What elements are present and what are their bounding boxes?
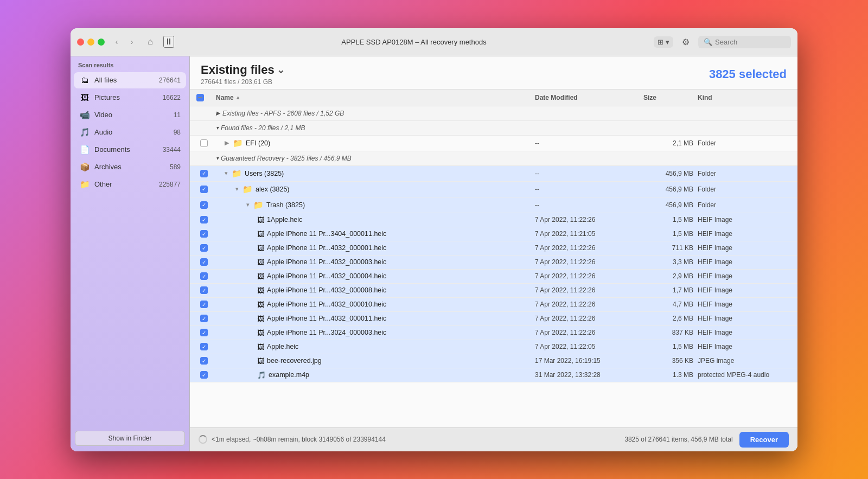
pause-button[interactable]: ⏸ — [163, 36, 174, 48]
minimize-button[interactable] — [87, 39, 94, 46]
nav-buttons: ‹ › — [110, 35, 138, 48]
table-row[interactable]: ✓ 🖼 bee-recovered.jpg 17 Mar 2022, 16:19… — [190, 354, 797, 368]
search-input[interactable] — [715, 38, 786, 46]
file9-icon: 🖼 — [257, 329, 264, 337]
maximize-button[interactable] — [98, 39, 105, 46]
file9-checkbox[interactable]: ✓ — [200, 329, 208, 336]
alex-checkbox[interactable]: ✓ — [200, 186, 208, 193]
table-row[interactable]: ✓ 🖼 Apple.heic 7 Apr 2022, 11:22:05 1,5 … — [190, 340, 797, 354]
column-header-date[interactable]: Date Modified — [533, 92, 641, 104]
sidebar-count-documents: 33444 — [163, 146, 181, 154]
table-row[interactable]: ✓ ▾ 📁 Trash (3825) -- 456,9 MB Folder — [190, 197, 797, 213]
table-row[interactable]: ✓ ▾ 📁 Users (3825) -- 456,9 MB Folder — [190, 166, 797, 182]
file11-date: 17 Mar 2022, 16:19:15 — [533, 355, 641, 366]
efi-size: 2,1 MB — [641, 138, 695, 149]
file1-size: 1,5 MB — [641, 214, 695, 225]
sidebar-item-other[interactable]: 📁 Other 225877 — [74, 176, 186, 193]
file7-name-cell: 🖼 Apple iPhone 11 Pr...4032_000010.heic — [214, 299, 533, 310]
trash-expand-icon[interactable]: ▾ — [246, 201, 250, 208]
sidebar-item-documents[interactable]: 📄 Documents 33444 — [74, 142, 186, 158]
file5-icon: 🖼 — [257, 272, 264, 280]
main-content: Existing files ⌄ 276641 files / 203,61 G… — [190, 56, 797, 451]
trash-size: 456,9 MB — [641, 200, 695, 210]
file4-checkbox[interactable]: ✓ — [200, 258, 208, 266]
table-row[interactable]: ✓ 🖼 1Apple.heic 7 Apr 2022, 11:22:26 1,5… — [190, 213, 797, 227]
table-row[interactable]: ✓ 🖼 Apple iPhone 11 Pr...4032_000010.hei… — [190, 298, 797, 312]
title-text: Existing files — [201, 63, 275, 77]
file6-name-cell: 🖼 Apple iPhone 11 Pr...4032_000008.heic — [214, 285, 533, 296]
file8-name: Apple iPhone 11 Pr...4032_000011.heic — [267, 315, 386, 322]
alex-expand-icon[interactable]: ▾ — [235, 186, 239, 193]
file3-checkbox[interactable]: ✓ — [200, 244, 208, 252]
efi-date: -- — [533, 138, 641, 149]
trash-checkbox-cell: ✓ — [194, 201, 214, 209]
table-row[interactable]: ✓ 🖼 Apple iPhone 11 Pr...4032_000011.hei… — [190, 312, 797, 326]
show-in-finder-button[interactable]: Show in Finder — [75, 431, 185, 446]
column-header-name[interactable]: Name ▲ — [214, 92, 533, 104]
efi-checkbox[interactable] — [200, 139, 208, 147]
table-row[interactable]: ✓ 🖼 Apple iPhone 11 Pr...4032_000008.hei… — [190, 284, 797, 298]
file1-checkbox[interactable]: ✓ — [200, 216, 208, 223]
group-existing-apfs-checkbox-cell — [194, 108, 214, 119]
group-existing-apfs[interactable]: ▶ Existing files - APFS - 2608 files / 1… — [190, 106, 797, 121]
users-expand-icon[interactable]: ▾ — [225, 170, 228, 177]
trash-checkbox[interactable]: ✓ — [200, 201, 208, 209]
users-date: -- — [533, 168, 641, 179]
file10-checkbox[interactable]: ✓ — [200, 343, 208, 350]
alex-name: alex (3825) — [256, 186, 290, 193]
back-button[interactable]: ‹ — [110, 35, 123, 48]
group-existing-apfs-chevron-icon: ▶ — [216, 110, 220, 116]
file10-size: 1,5 MB — [641, 341, 695, 352]
file4-name-cell: 🖼 Apple iPhone 11 Pr...4032_000003.heic — [214, 257, 533, 268]
file2-checkbox[interactable]: ✓ — [200, 230, 208, 238]
table-row[interactable]: ✓ 🖼 Apple iPhone 11 Pr...4032_000001.hei… — [190, 241, 797, 256]
file11-checkbox[interactable]: ✓ — [200, 357, 208, 365]
title-chevron-icon[interactable]: ⌄ — [277, 64, 285, 76]
group-found-files-label: ▾ Found files - 20 files / 2,1 MB — [214, 123, 533, 133]
file2-name-cell: 🖼 Apple iPhone 11 Pr...3404_000011.heic — [214, 228, 533, 240]
file5-checkbox[interactable]: ✓ — [200, 272, 208, 280]
forward-button[interactable]: › — [125, 35, 138, 48]
recover-button[interactable]: Recover — [739, 432, 789, 448]
sidebar-item-pictures[interactable]: 🖼 Pictures 16622 — [74, 90, 186, 106]
table-row[interactable]: ✓ 🖼 Apple iPhone 11 Pr...3404_000011.hei… — [190, 227, 797, 241]
sidebar-item-video[interactable]: 📹 Video 11 — [74, 107, 186, 123]
sidebar-item-all-files[interactable]: 🗂 All files 276641 — [74, 72, 186, 88]
close-button[interactable] — [77, 39, 84, 46]
file11-name-cell: 🖼 bee-recovered.jpg — [214, 355, 533, 367]
view-toggle[interactable]: ⊞ ▾ — [654, 36, 673, 48]
sidebar-count-archives: 589 — [170, 163, 181, 171]
column-header-size[interactable]: Size — [641, 92, 695, 104]
users-size: 456,9 MB — [641, 168, 695, 179]
table-row[interactable]: ✓ 🎵 example.m4p 31 Mar 2022, 13:32:28 1.… — [190, 368, 797, 382]
home-button[interactable]: ⌂ — [143, 34, 158, 49]
file8-checkbox[interactable]: ✓ — [200, 315, 208, 322]
file7-checkbox[interactable]: ✓ — [200, 301, 208, 308]
file3-name: Apple iPhone 11 Pr...4032_000001.heic — [267, 244, 386, 252]
group-found-files[interactable]: ▾ Found files - 20 files / 2,1 MB — [190, 121, 797, 136]
file12-name: example.m4p — [269, 371, 309, 379]
filter-button[interactable]: ⚙ — [678, 34, 694, 49]
file1-kind: HEIF Image — [695, 214, 793, 225]
file6-icon: 🖼 — [257, 286, 264, 295]
trash-name-cell: ▾ 📁 Trash (3825) — [214, 199, 533, 212]
users-checkbox[interactable]: ✓ — [200, 170, 208, 177]
column-header-kind[interactable]: Kind — [695, 92, 793, 104]
table-row[interactable]: ✓ ▾ 📁 alex (3825) -- 456,9 MB Folder — [190, 182, 797, 197]
video-icon: 📹 — [79, 110, 90, 120]
table-row[interactable]: ✓ 🖼 Apple iPhone 11 Pr...3024_000003.hei… — [190, 326, 797, 340]
file11-size: 356 KB — [641, 355, 695, 366]
archives-icon: 📦 — [79, 162, 90, 173]
table-row[interactable]: ✓ 🖼 Apple iPhone 11 Pr...4032_000004.hei… — [190, 270, 797, 284]
file12-icon: 🎵 — [257, 371, 266, 379]
sidebar-item-archives[interactable]: 📦 Archives 589 — [74, 159, 186, 175]
table-row[interactable]: ✓ 🖼 Apple iPhone 11 Pr...4032_000003.hei… — [190, 256, 797, 270]
file12-checkbox[interactable]: ✓ — [200, 371, 208, 379]
sort-indicator: ▲ — [235, 94, 241, 100]
select-all-checkbox[interactable] — [196, 94, 204, 101]
efi-expand-icon[interactable]: ▶ — [225, 139, 229, 146]
group-guaranteed-recovery[interactable]: ▾ Guaranteed Recovery - 3825 files / 456… — [190, 151, 797, 166]
table-row[interactable]: ▶ 📁 EFI (20) -- 2,1 MB Folder — [190, 136, 797, 151]
file6-checkbox[interactable]: ✓ — [200, 286, 208, 294]
sidebar-item-audio[interactable]: 🎵 Audio 98 — [74, 124, 186, 140]
